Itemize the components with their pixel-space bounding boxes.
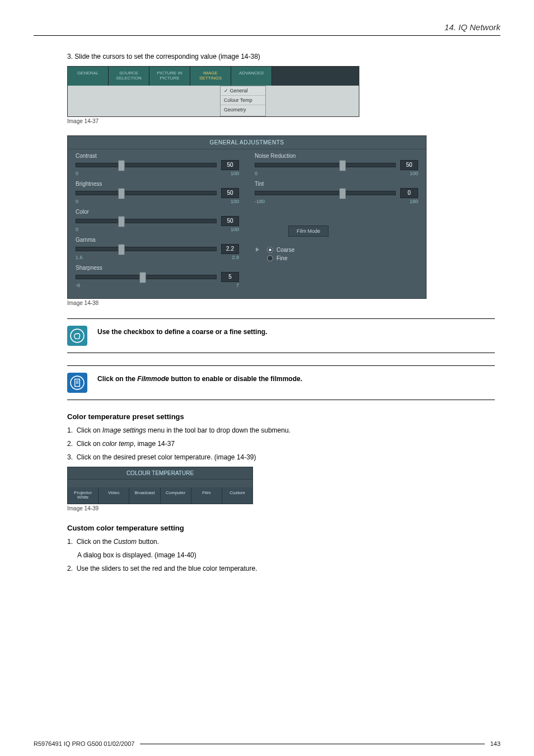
slider-label: Sharpness <box>76 265 239 271</box>
dropdown-item-general[interactable]: General <box>221 86 265 96</box>
note-coarse-fine: Use the checkbox to define a coarse or a… <box>67 318 495 353</box>
slider-noise-reduction: Noise Reduction500100 <box>255 153 418 176</box>
slider-thumb[interactable] <box>118 160 125 171</box>
slider-label: Contrast <box>76 153 239 159</box>
svg-point-1 <box>71 376 84 389</box>
slider-value: 50 <box>221 188 239 198</box>
general-adjustments-panel: GENERAL ADJUSTMENTS Contrast500100Bright… <box>67 135 427 299</box>
radio-fine[interactable] <box>267 255 273 261</box>
slider-track[interactable] <box>76 219 217 223</box>
note1-text: Use the checkbox to define a coarse or a… <box>97 326 267 336</box>
ct-preset-broadcast[interactable]: Broadcast <box>129 487 160 504</box>
adj-panel-title: GENERAL ADJUSTMENTS <box>68 136 426 149</box>
page-header: 14. IQ Network <box>34 22 500 36</box>
slider-label: Noise Reduction <box>255 153 418 159</box>
tab-source-selection[interactable]: SOURCE SELECTION <box>109 67 149 86</box>
footer-page-number: 143 <box>490 740 500 747</box>
tab-pip[interactable]: PICTURE IN PICTURE <box>149 67 190 86</box>
colour-temperature-panel: COLOUR TEMPERATURE Projector WhiteVideoB… <box>67 467 253 505</box>
coarse-fine-group: Coarse Fine <box>255 247 418 261</box>
slider-contrast: Contrast500100 <box>76 153 239 176</box>
header-title: 14. IQ Network <box>444 22 500 32</box>
slider-thumb[interactable] <box>118 244 125 255</box>
tab-general[interactable]: GENERAL <box>68 67 109 86</box>
heading-ct-custom: Custom color temperature setting <box>67 524 495 532</box>
play-icon <box>256 247 259 252</box>
radio-fine-label: Fine <box>277 255 287 261</box>
slider-value: 5 <box>221 272 239 282</box>
heading-ct-preset: Color temperature preset settings <box>67 412 495 421</box>
slider-value: 50 <box>221 160 239 170</box>
ct-preset-computer[interactable]: Computer <box>161 487 191 504</box>
slider-value: 2.2 <box>221 244 239 254</box>
caption-14-39: Image 14-39 <box>67 505 495 511</box>
footer-left: R5976491 IQ PRO G500 01/02/2007 <box>34 740 134 747</box>
intro-step: 3. Slide the cursors to set the correspo… <box>67 53 495 60</box>
adj-left-column: Contrast500100Brightness500100Color50010… <box>68 149 247 298</box>
slider-tint: Tint0-180180 <box>255 181 418 204</box>
list-item: 1. Click on Image settings menu in the t… <box>67 426 495 434</box>
slider-thumb[interactable] <box>118 216 125 227</box>
radio-coarse[interactable] <box>267 247 273 253</box>
slider-thumb[interactable] <box>139 272 146 283</box>
image-settings-dropdown: General Colour Temp Geometry <box>220 86 266 116</box>
slider-value: 50 <box>221 216 239 226</box>
tab-advanced[interactable]: ADVANCED <box>231 67 272 86</box>
ct-panel-title: COLOUR TEMPERATURE <box>68 467 252 480</box>
dropdown-item-geometry[interactable]: Geometry <box>221 105 265 114</box>
ct-preset-video[interactable]: Video <box>99 487 129 504</box>
slider-color: Color500100 <box>76 209 239 232</box>
caption-14-37: Image 14-37 <box>67 118 495 124</box>
film-mode-button[interactable]: Film Mode <box>288 226 329 237</box>
slider-value: 0 <box>400 188 418 198</box>
slider-track[interactable] <box>76 163 217 167</box>
slider-label: Gamma <box>76 237 239 243</box>
note-filmmode: Click on the Filmmode button to enable o… <box>67 365 495 400</box>
ct-preset-custom[interactable]: Custom <box>222 487 252 504</box>
tab-image-settings[interactable]: IMAGE SETTINGS <box>190 67 231 86</box>
adj-right-column: Noise Reduction500100Tint0-180180 Film M… <box>247 149 426 298</box>
slider-label: Tint <box>255 181 418 187</box>
slider-brightness: Brightness500100 <box>76 181 239 204</box>
page-footer: R5976491 IQ PRO G500 01/02/2007 143 <box>34 740 500 747</box>
slider-track[interactable] <box>76 275 217 279</box>
ct-custom-steps: 1. Click on the Custom button. A dialog … <box>67 538 495 572</box>
ct-preset-projector-white[interactable]: Projector White <box>68 487 99 504</box>
slider-thumb[interactable] <box>118 188 125 199</box>
document-icon <box>67 373 87 393</box>
slider-sharpness: Sharpness5-87 <box>76 265 239 288</box>
hand-icon <box>67 326 87 346</box>
slider-label: Brightness <box>76 181 239 187</box>
tab-filler <box>272 67 359 86</box>
slider-track[interactable] <box>76 191 217 195</box>
slider-value: 50 <box>400 160 418 170</box>
list-item: 2. Click on color temp, image 14-37 <box>67 440 495 448</box>
slider-thumb[interactable] <box>339 188 346 199</box>
dropdown-item-colourtemp[interactable]: Colour Temp <box>221 96 265 105</box>
menubar-screenshot: GENERAL SOURCE SELECTION PICTURE IN PICT… <box>67 66 359 117</box>
slider-track[interactable] <box>255 191 396 195</box>
slider-track[interactable] <box>76 247 217 251</box>
slider-track[interactable] <box>255 163 396 167</box>
note2-text: Click on the Filmmode button to enable o… <box>97 373 302 383</box>
caption-14-38: Image 14-38 <box>67 300 495 306</box>
slider-thumb[interactable] <box>339 160 346 171</box>
ct-preset-film[interactable]: Film <box>191 487 222 504</box>
slider-gamma: Gamma2.21.62.8 <box>76 237 239 260</box>
svg-rect-2 <box>75 379 80 386</box>
svg-point-0 <box>71 329 84 342</box>
radio-coarse-label: Coarse <box>277 247 294 253</box>
list-item: 3. Click on the desired preset color tem… <box>67 453 495 461</box>
slider-label: Color <box>76 209 239 215</box>
